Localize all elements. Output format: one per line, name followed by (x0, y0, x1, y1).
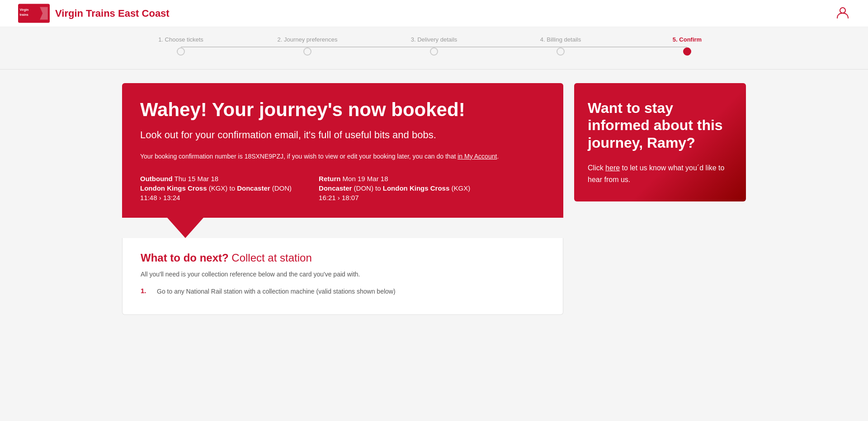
step-journey-preferences: 2. Journey preferences (244, 36, 371, 56)
progress-bar: 1. Choose tickets 2. Journey preferences… (0, 27, 868, 70)
step-circle-2 (303, 47, 311, 56)
confirmation-box: Wahey! Your journey's now booked! Look o… (122, 83, 563, 218)
return-journey: Return Mon 19 Mar 18 Doncaster (DON) to … (319, 175, 470, 201)
next-steps-title: What to do next? Collect at station (141, 252, 545, 264)
journey-details: Outbound Thu 15 Mar 18 London Kings Cros… (140, 175, 545, 201)
return-label: Return Mon 19 Mar 18 (319, 175, 470, 182)
logo-area: Virgin trains Virgin Trains East Coast (18, 3, 170, 23)
info-here-link[interactable]: here (605, 164, 620, 172)
site-header: Virgin trains Virgin Trains East Coast (0, 0, 868, 27)
step-delivery-details: 3. Delivery details (371, 36, 497, 56)
outbound-label: Outbound Thu 15 Mar 18 (140, 175, 292, 182)
my-account-link[interactable]: in My Account (458, 153, 497, 160)
brand-name: Virgin Trains East Coast (55, 8, 170, 19)
step-circle-5 (683, 47, 691, 56)
next-step-item-1: 1. Go to any National Rail station with … (141, 287, 545, 296)
virgin-trains-logo: Virgin trains (18, 3, 50, 23)
left-panel: Wahey! Your journey's now booked! Look o… (122, 83, 563, 315)
step-confirm: 5. Confirm (624, 36, 750, 56)
svg-text:trains: trains (20, 13, 28, 16)
step-circle-1 (177, 47, 185, 56)
steps-container: 1. Choose tickets 2. Journey preferences… (118, 36, 750, 56)
confirmation-title: Wahey! Your journey's now booked! (140, 99, 545, 120)
outbound-time: 11:48 › 13:24 (140, 194, 292, 201)
svg-text:Virgin: Virgin (20, 8, 29, 12)
outbound-route: London Kings Cross (KGX) to Doncaster (D… (140, 184, 292, 192)
triangle-pointer (167, 218, 203, 238)
info-box: Want to stay informed about this journey… (574, 83, 746, 201)
info-desc: Click here to let us know what you´d lik… (588, 162, 732, 185)
step-circle-3 (430, 47, 438, 56)
confirmation-ref: Your booking confirmation number is 18SX… (140, 151, 545, 161)
step-circle-4 (557, 47, 565, 56)
next-steps-desc: All you'll need is your collection refer… (141, 271, 545, 278)
user-account-icon[interactable] (835, 5, 850, 22)
return-time: 16:21 › 18:07 (319, 194, 470, 201)
pointer-wrapper (122, 218, 563, 238)
return-route: Doncaster (DON) to London Kings Cross (K… (319, 184, 470, 192)
next-steps-box: What to do next? Collect at station All … (122, 238, 563, 315)
info-title: Want to stay informed about this journey… (588, 99, 732, 151)
svg-point-4 (840, 8, 845, 13)
step-billing-details: 4. Billing details (497, 36, 624, 56)
outbound-journey: Outbound Thu 15 Mar 18 London Kings Cros… (140, 175, 292, 201)
right-panel: Want to stay informed about this journey… (574, 83, 746, 315)
confirmation-subtitle: Look out for your confirmation email, it… (140, 128, 545, 142)
step-choose-tickets: 1. Choose tickets (118, 36, 244, 56)
main-content: Wahey! Your journey's now booked! Look o… (104, 70, 764, 328)
